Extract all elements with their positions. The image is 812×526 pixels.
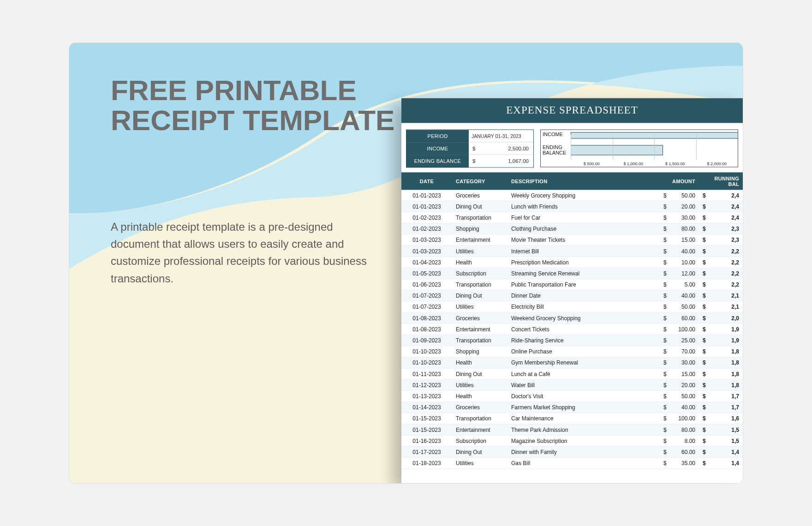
cell-running: $2,2 <box>699 257 743 268</box>
col-date: DATE <box>401 173 452 190</box>
cell-amount: $30.00 <box>660 357 699 368</box>
cell-category: Health <box>452 357 508 368</box>
cell-amount: $30.00 <box>660 212 699 223</box>
col-running: RUNNING BAL <box>699 173 743 190</box>
mini-ending-bar <box>571 145 663 155</box>
col-desc: DESCRIPTION <box>508 173 660 190</box>
cell-running: $1,9 <box>699 335 743 346</box>
cell-description: Gas Bill <box>508 458 660 469</box>
cell-running: $1,4 <box>699 446 743 457</box>
cell-category: Utilities <box>452 301 508 312</box>
cell-date: 01-04-2023 <box>401 257 452 268</box>
cell-description: Prescription Medication <box>508 257 660 268</box>
cell-description: Lunch at a Café <box>508 368 660 379</box>
summary-box: PERIOD JANUARY 01-31, 2023 INCOME $2,500… <box>406 130 534 168</box>
cell-description: Fuel for Car <box>508 212 660 223</box>
cell-running: $2,1 <box>699 290 743 301</box>
cell-date: 01-17-2023 <box>401 446 452 457</box>
cell-date: 01-03-2023 <box>401 234 452 245</box>
cell-date: 01-13-2023 <box>401 390 452 401</box>
summary-ending-value: $1,067.00 <box>469 155 533 167</box>
cell-category: Health <box>452 257 508 268</box>
cell-amount: $70.00 <box>660 346 699 357</box>
summary-period-value: JANUARY 01-31, 2023 <box>469 130 533 143</box>
table-row: 01-02-2023ShoppingClothing Purchase$80.0… <box>401 223 743 234</box>
cell-running: $2,4 <box>699 201 743 212</box>
cell-description: Public Transportation Fare <box>508 279 660 290</box>
cell-amount: $40.00 <box>660 290 699 301</box>
cell-description: Concert Tickets <box>508 323 660 335</box>
sheet-top-block: PERIOD JANUARY 01-31, 2023 INCOME $2,500… <box>401 123 743 173</box>
table-row: 01-08-2023EntertainmentConcert Tickets$1… <box>401 323 743 335</box>
cell-description: Dinner with Family <box>508 446 660 457</box>
sheet-title: EXPENSE SPREADSHEET <box>401 98 743 123</box>
cell-date: 01-18-2023 <box>401 458 452 469</box>
cell-description: Lunch with Friends <box>508 201 660 212</box>
cell-running: $2,2 <box>699 279 743 290</box>
mini-tick: $ 1,000.00 <box>613 161 655 166</box>
cell-date: 01-07-2023 <box>401 301 452 312</box>
cell-date: 01-02-2023 <box>401 223 452 234</box>
cell-running: $1,8 <box>699 379 743 390</box>
description-text: A printable receipt template is a pre-de… <box>111 218 369 287</box>
cell-date: 01-05-2023 <box>401 268 452 279</box>
cell-amount: $5.00 <box>660 279 699 290</box>
cell-description: Clothing Purchase <box>508 223 660 234</box>
cell-date: 01-11-2023 <box>401 368 452 379</box>
table-row: 01-06-2023TransportationPublic Transport… <box>401 279 743 290</box>
table-row: 01-03-2023UtilitiesInternet Bill$40.00$2… <box>401 245 743 257</box>
headline-line2: RECEIPT TEMPLATE <box>111 105 394 135</box>
spreadsheet-preview: EXPENSE SPREADSHEET PERIOD JANUARY 01-31… <box>401 98 743 484</box>
cell-date: 01-12-2023 <box>401 379 452 390</box>
table-row: 01-17-2023Dining OutDinner with Family$6… <box>401 446 743 457</box>
cell-date: 01-16-2023 <box>401 435 452 446</box>
table-row: 01-16-2023SubscriptionMagazine Subscript… <box>401 435 743 446</box>
cell-date: 01-06-2023 <box>401 279 452 290</box>
cell-amount: $12.00 <box>660 268 699 279</box>
table-row: 01-07-2023Dining OutDinner Date$40.00$2,… <box>401 290 743 301</box>
cell-amount: $60.00 <box>660 446 699 457</box>
cell-category: Dining Out <box>452 201 508 212</box>
mini-ticks: $ 500.00 $ 1,000.00 $ 1,500.00 $ 2,000.0… <box>571 161 738 166</box>
cell-running: $2,2 <box>699 245 743 257</box>
table-row: 01-09-2023TransportationRide-Sharing Ser… <box>401 335 743 346</box>
cell-running: $1,7 <box>699 402 743 413</box>
cell-description: Internet Bill <box>508 245 660 257</box>
cell-date: 01-07-2023 <box>401 290 452 301</box>
cell-date: 01-10-2023 <box>401 346 452 357</box>
cell-amount: $40.00 <box>660 402 699 413</box>
cell-description: Car Maintenance <box>508 413 660 424</box>
cell-amount: $50.00 <box>660 190 699 201</box>
cell-amount: $8.00 <box>660 435 699 446</box>
cell-description: Farmers Market Shopping <box>508 402 660 413</box>
cell-category: Entertainment <box>452 323 508 335</box>
table-row: 01-13-2023HealthDoctor's Visit$50.00$1,7 <box>401 390 743 401</box>
table-header-row: DATE CATEGORY DESCRIPTION AMOUNT RUNNING… <box>401 173 743 190</box>
cell-date: 01-10-2023 <box>401 357 452 368</box>
cell-running: $2,4 <box>699 190 743 201</box>
table-row: 01-10-2023HealthGym Membership Renewal$3… <box>401 357 743 368</box>
cell-running: $2,2 <box>699 268 743 279</box>
table-row: 01-10-2023ShoppingOnline Purchase$70.00$… <box>401 346 743 357</box>
cell-category: Groceries <box>452 312 508 323</box>
cell-running: $2,4 <box>699 212 743 223</box>
cell-description: Doctor's Visit <box>508 390 660 401</box>
cell-category: Transportation <box>452 413 508 424</box>
cell-amount: $35.00 <box>660 458 699 469</box>
cell-amount: $50.00 <box>660 301 699 312</box>
cell-amount: $100.00 <box>660 323 699 335</box>
cell-category: Dining Out <box>452 290 508 301</box>
cell-category: Shopping <box>452 223 508 234</box>
cell-running: $1,9 <box>699 323 743 335</box>
template-card: FREE PRINTABLE RECEIPT TEMPLATE A printa… <box>69 43 743 484</box>
cell-category: Health <box>452 390 508 401</box>
cell-date: 01-08-2023 <box>401 312 452 323</box>
cell-amount: $100.00 <box>660 413 699 424</box>
cell-running: $1,5 <box>699 424 743 435</box>
cell-running: $2,3 <box>699 223 743 234</box>
cell-amount: $60.00 <box>660 312 699 323</box>
cell-category: Groceries <box>452 190 508 201</box>
table-row: 01-03-2023EntertainmentMovie Theater Tic… <box>401 234 743 245</box>
cell-amount: $25.00 <box>660 335 699 346</box>
cell-category: Dining Out <box>452 368 508 379</box>
